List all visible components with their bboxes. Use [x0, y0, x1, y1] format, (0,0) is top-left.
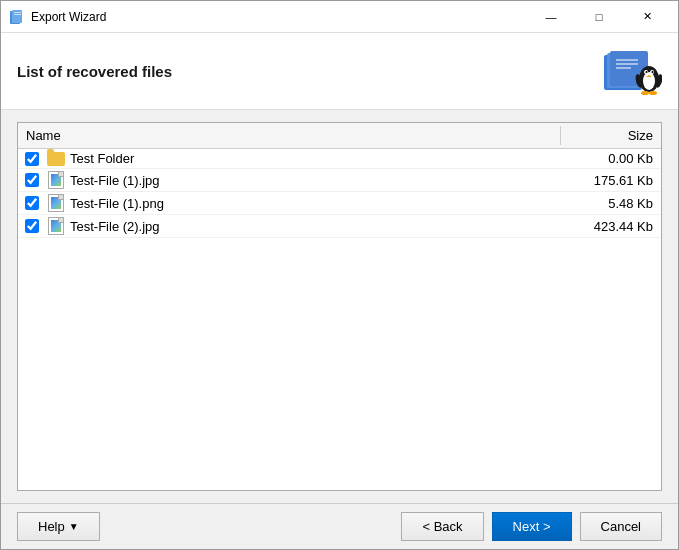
footer: Help ▼ < Back Next > Cancel — [1, 503, 678, 549]
svg-rect-1 — [12, 10, 22, 23]
page-title: List of recovered files — [17, 63, 172, 80]
row-3-check-cell — [18, 196, 46, 210]
next-button[interactable]: Next > — [492, 512, 572, 541]
svg-rect-3 — [14, 14, 21, 15]
row-4-check-cell — [18, 219, 46, 233]
help-button[interactable]: Help ▼ — [17, 512, 100, 541]
list-header: Name Size — [18, 123, 661, 149]
row-1-checkbox[interactable] — [25, 152, 39, 166]
file-list: Name Size Test Folder 0.00 Kb — [17, 122, 662, 491]
cancel-button[interactable]: Cancel — [580, 512, 662, 541]
table-row: Test-File (1).png 5.48 Kb — [18, 192, 661, 215]
page-header: List of recovered files — [1, 33, 678, 110]
window-title: Export Wizard — [31, 10, 106, 24]
list-body: Test Folder 0.00 Kb Test-File (1).jpg — [18, 149, 661, 490]
column-size-header: Size — [561, 126, 661, 145]
header-illustration — [602, 45, 662, 97]
svg-rect-2 — [14, 12, 21, 13]
content-area: Name Size Test Folder 0.00 Kb — [1, 110, 678, 503]
image-icon — [46, 171, 66, 189]
svg-rect-7 — [616, 59, 638, 61]
folder-icon — [46, 152, 66, 166]
table-row: Test-File (1).jpg 175.61 Kb — [18, 169, 661, 192]
row-3-name: Test-File (1).png — [70, 196, 561, 211]
row-3-size: 5.48 Kb — [561, 196, 661, 211]
title-bar-left: Export Wizard — [9, 9, 106, 25]
row-4-name: Test-File (2).jpg — [70, 219, 561, 234]
table-row: Test Folder 0.00 Kb — [18, 149, 661, 169]
help-label: Help — [38, 519, 65, 534]
row-2-size: 175.61 Kb — [561, 173, 661, 188]
image-icon — [46, 194, 66, 212]
svg-point-11 — [643, 72, 655, 90]
svg-point-15 — [652, 71, 654, 73]
column-name-header: Name — [18, 126, 561, 145]
row-1-name: Test Folder — [70, 151, 561, 166]
row-4-size: 423.44 Kb — [561, 219, 661, 234]
app-icon — [9, 9, 25, 25]
row-1-check-cell — [18, 152, 46, 166]
help-dropdown-arrow: ▼ — [69, 521, 79, 532]
close-button[interactable]: ✕ — [624, 1, 670, 33]
row-2-checkbox[interactable] — [25, 173, 39, 187]
back-button[interactable]: < Back — [401, 512, 483, 541]
footer-left: Help ▼ — [17, 512, 100, 541]
image-icon — [46, 217, 66, 235]
row-1-size: 0.00 Kb — [561, 151, 661, 166]
row-2-check-cell — [18, 173, 46, 187]
maximize-button[interactable]: □ — [576, 1, 622, 33]
svg-rect-9 — [616, 67, 631, 69]
svg-point-17 — [641, 91, 649, 95]
svg-point-18 — [649, 91, 657, 95]
svg-point-14 — [646, 71, 648, 73]
footer-right: < Back Next > Cancel — [401, 512, 662, 541]
row-2-name: Test-File (1).jpg — [70, 173, 561, 188]
export-wizard-window: Export Wizard — □ ✕ List of recovered fi… — [0, 0, 679, 550]
title-bar: Export Wizard — □ ✕ — [1, 1, 678, 33]
row-3-checkbox[interactable] — [25, 196, 39, 210]
svg-rect-8 — [616, 63, 638, 65]
row-4-checkbox[interactable] — [25, 219, 39, 233]
title-controls: — □ ✕ — [528, 1, 670, 33]
table-row: Test-File (2).jpg 423.44 Kb — [18, 215, 661, 238]
minimize-button[interactable]: — — [528, 1, 574, 33]
